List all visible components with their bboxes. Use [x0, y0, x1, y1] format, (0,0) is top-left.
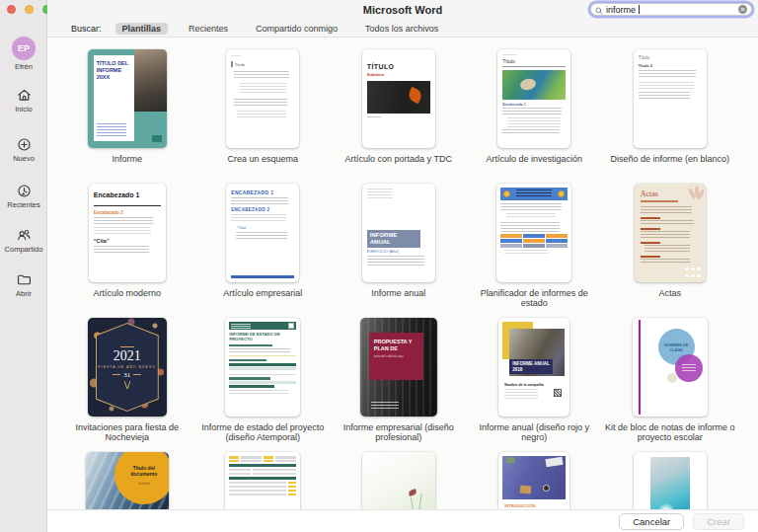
- tab-recientes[interactable]: Recientes: [182, 23, 235, 35]
- template-card-rojo-negro[interactable]: INFORME ANUAL 2018 Nombre de la compañía…: [467, 318, 603, 452]
- template-card-nochevieja[interactable]: 2021 FIESTA DE AÑO NUEVO 31 Invitaciones…: [59, 318, 195, 452]
- search-input[interactable]: informe ✕: [590, 3, 752, 16]
- create-button[interactable]: Crear: [693, 513, 744, 530]
- template-thumbnail[interactable]: Título Encabezado 1: [497, 49, 570, 148]
- sidebar-item-abrir[interactable]: Abrir: [0, 271, 47, 298]
- template-thumbnail[interactable]: INFORME DE ESTADO DE PROYECTO: [225, 318, 300, 417]
- template-thumbnail[interactable]: Actas: [635, 184, 706, 282]
- section-bar: [229, 377, 270, 380]
- template-thumbnail[interactable]: Título: [226, 49, 299, 148]
- template-thumbnail[interactable]: INFORME ANUAL 2018 Nombre de la compañía: [498, 318, 569, 417]
- template-card-moderno[interactable]: Encabezado 1 Encabezado 2 “Cita” Artícul…: [59, 184, 195, 318]
- sidebar-item-recientes[interactable]: Recientes: [0, 183, 47, 209]
- text-lines: [507, 117, 561, 127]
- template-card-blanco[interactable]: Título Título 2 Diseño de informe (en bl…: [602, 49, 738, 184]
- table-header: [229, 477, 296, 480]
- template-label: Artículo moderno: [93, 288, 161, 298]
- template-thumbnail[interactable]: PROPUESTA Y PLAN DE texto del subtítulo …: [360, 318, 437, 417]
- table-header: [229, 464, 296, 467]
- text-lines: [639, 92, 690, 99]
- thumb-title: INFORME DE ESTADO DE PROYECTO: [229, 332, 296, 342]
- template-thumbnail[interactable]: [496, 184, 571, 282]
- status-table: [500, 234, 568, 248]
- table-header: [229, 385, 274, 388]
- table-row: [229, 473, 296, 475]
- sidebar-item-compartido[interactable]: Compartido: [0, 227, 47, 254]
- text-lines: [229, 390, 288, 395]
- template-label: Invitaciones para fiesta de Nochevieja: [62, 422, 192, 443]
- section-bar: [229, 344, 272, 347]
- template-label: Artículo de investigación: [486, 154, 582, 164]
- table-row: [229, 490, 296, 493]
- close-window-button[interactable]: [7, 5, 16, 14]
- table-header: [229, 363, 296, 366]
- template-card-esquema[interactable]: Título Crea un esquema: [195, 49, 332, 184]
- text-lines: [639, 70, 696, 79]
- new-document-icon: [16, 136, 33, 153]
- template-card-empresarial[interactable]: ENCABEZADO 1 ENCABEZADO 2 “Cita” Artícul…: [195, 184, 332, 318]
- text-lines: [639, 82, 694, 89]
- template-thumbnail[interactable]: Título Título 2: [634, 49, 707, 148]
- template-thumbnail[interactable]: Encabezado 1 Encabezado 2 “Cita”: [89, 184, 166, 282]
- text-lines: [239, 83, 286, 95]
- table-row: [229, 367, 296, 370]
- text-lines: [641, 206, 692, 214]
- template-thumbnail[interactable]: NOMBRE DE CLASE: [633, 318, 708, 417]
- template-card-informe[interactable]: TÍTULO DEL INFORME 20XX Informe: [59, 49, 195, 184]
- template-card-portada-tdc[interactable]: TÍTULO Subtítulo Artículo con portada y …: [331, 49, 467, 184]
- header-fields: [229, 456, 296, 462]
- clear-search-icon[interactable]: ✕: [738, 5, 747, 14]
- cancel-button[interactable]: Cancelar: [619, 513, 684, 530]
- template-card-informe-anual[interactable]: INFORME ANUAL EJERCICIO [Año] Informe an…: [331, 184, 467, 318]
- template-thumbnail[interactable]: TÍTULO DEL INFORME 20XX: [88, 49, 167, 148]
- thumb-quote: “Cita”: [94, 238, 161, 244]
- thumb-title: FIESTA DE AÑO NUEVO: [99, 365, 156, 369]
- minimize-window-button[interactable]: [25, 5, 34, 14]
- home-icon: [16, 87, 33, 104]
- filter-label: Buscar:: [71, 24, 102, 34]
- text-lines: [500, 222, 560, 232]
- thumb-subtitle: Nombre de la compañía: [504, 383, 543, 387]
- template-thumbnail[interactable]: ENCABEZADO 1 ENCABEZADO 2 “Cita”: [226, 184, 299, 282]
- table-row: [229, 482, 296, 485]
- filter-toolbar: Buscar: Plantillas Recientes Compartido …: [47, 20, 758, 38]
- section-rule: [641, 228, 660, 230]
- template-label: Planificador de informes de estado: [469, 288, 599, 309]
- template-label: Artículo empresarial: [223, 288, 302, 298]
- logo-mark: [152, 135, 162, 142]
- section-rule: [641, 256, 660, 258]
- sidebar-item-inicio[interactable]: Inicio: [0, 87, 47, 114]
- sidebar-item-nuevo[interactable]: Nuevo: [0, 136, 47, 163]
- thumb-title: INFORME ANUAL 2018: [509, 359, 553, 374]
- sidebar-item-label: Compartido: [5, 245, 43, 254]
- template-card-kit-bloc[interactable]: NOMBRE DE CLASE Kit de bloc de notas de …: [602, 318, 738, 452]
- text-lines: [371, 402, 399, 410]
- plant: [506, 457, 515, 463]
- thumb-title: TÍTULO DEL INFORME 20XX: [97, 60, 131, 81]
- section-rule: [641, 242, 660, 244]
- text-lines: [94, 227, 151, 235]
- template-label: Kit de bloc de notas de informe o proyec…: [605, 422, 735, 443]
- template-thumbnail[interactable]: 2021 FIESTA DE AÑO NUEVO 31: [88, 318, 167, 417]
- star-badge: [558, 190, 565, 197]
- tab-todos-los-archivos[interactable]: Todos los archivos: [358, 23, 445, 35]
- invitation-content: 2021 FIESTA DE AÑO NUEVO 31: [88, 318, 167, 417]
- clock-icon: [16, 183, 33, 199]
- template-card-profesional[interactable]: PROPUESTA Y PLAN DE texto del subtítulo …: [331, 318, 467, 452]
- text-lines: [644, 245, 690, 253]
- template-card-investigacion[interactable]: Título Encabezado 1 Artículo de investig…: [467, 49, 603, 184]
- titlebar: Microsoft Word informe ✕: [47, 0, 758, 20]
- template-card-planificador[interactable]: Planificador de informes de estado: [467, 184, 603, 318]
- user-avatar[interactable]: EP: [12, 37, 36, 60]
- tab-plantillas[interactable]: Plantillas: [115, 23, 169, 35]
- user-name: Efrén: [0, 62, 47, 71]
- thumb-year: 2021: [114, 349, 141, 363]
- template-thumbnail[interactable]: INFORME ANUAL EJERCICIO [Año]: [362, 184, 435, 282]
- thumb-title: ENCABEZADO 1: [231, 190, 294, 195]
- template-card-estado-proyecto[interactable]: INFORME DE ESTADO DE PROYECTO Informe de…: [195, 318, 332, 452]
- notepad: [520, 485, 532, 494]
- template-card-actas[interactable]: Actas Actas: [602, 184, 738, 318]
- template-thumbnail[interactable]: TÍTULO Subtítulo: [362, 49, 435, 148]
- coffee-cup: [543, 485, 550, 492]
- tab-compartido-conmigo[interactable]: Compartido conmigo: [249, 23, 344, 35]
